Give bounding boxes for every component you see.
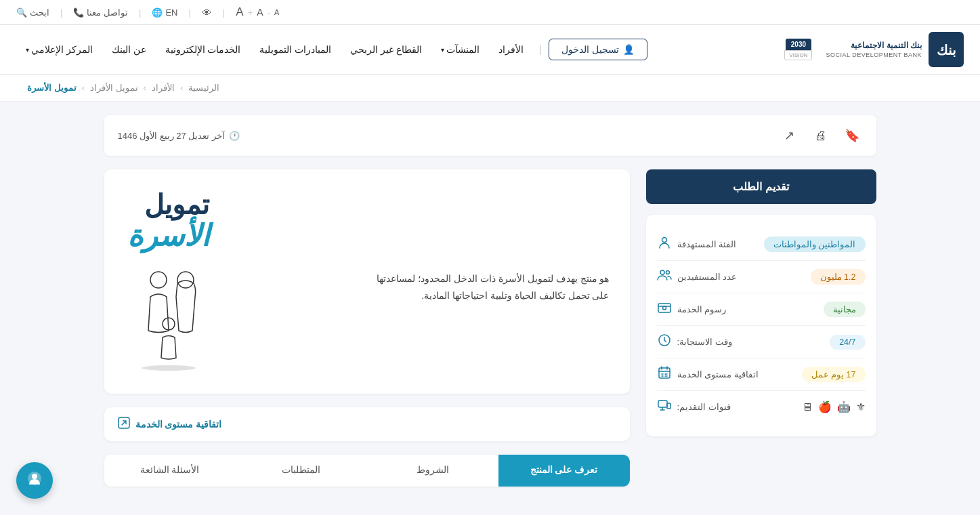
sla-label: اتفاقية مستوى الخدمة [677,369,759,379]
info-card: المواطنين والمواطنات الفئة المستهدفة 1 [646,215,876,436]
sla-badge: 17 يوم عمل [802,367,866,382]
breadcrumb: الرئيسية › الأفراد › تمويل الأفراد › تمو… [0,75,980,102]
login-label: تسجيل الدخول [561,44,619,55]
vision-icon: 👁 [202,7,212,18]
font-large-btn[interactable]: A [236,5,243,19]
main-nav-links: الأفراد المنشآت ▾ القطاع غير الربحي المب… [16,32,533,67]
chevron-down-icon-media: ▾ [26,46,29,54]
tab-conditions[interactable]: الشروط [367,455,498,487]
font-med-btn[interactable]: A [257,7,263,18]
sla-card[interactable]: اتفاقية مستوى الخدمة [104,407,630,441]
product-description: هو منتج يهدف لتمويل الأسرة ذات الدخل الم… [366,270,610,304]
bank-logo-icon: بنك [929,32,964,67]
sla-link-label: اتفاقية مستوى الخدمة [135,419,222,430]
sep4: | [60,7,62,18]
nav-item-initiatives[interactable]: المبادرات التمويلية [250,32,341,67]
target-label-group: الفئة المستهدفة [657,235,737,253]
channels-label: قنوات التقديم: [677,402,731,412]
nav-item-nonprofit[interactable]: القطاع غير الربحي [341,32,431,67]
fee-label-group: رسوم الخدمة [657,300,727,318]
svg-rect-10 [667,403,670,409]
breadcrumb-home[interactable]: الرئيسية [188,83,219,93]
tab-learn[interactable]: تعرف على المنتج [498,455,630,487]
sla-label-group: اتفاقية مستوى الخدمة [657,365,759,384]
target-icon [657,235,672,253]
info-row-response: 24/7 وقت الاستجابة: [657,326,866,358]
product-title-line2: الأسرة [127,220,209,252]
search-label: ابحث [30,7,49,18]
android-icon: 🤖 [837,400,851,413]
svg-text:بنك: بنك [937,43,956,58]
search-icon: 🔍 [16,7,27,18]
share-icon[interactable]: ↗ [779,125,801,146]
bookmark-icon[interactable]: 🔖 [841,125,863,146]
login-button[interactable]: 👤 تسجيل الدخول [549,39,647,60]
product-info: هو منتج يهدف لتمويل الأسرة ذات الدخل الم… [366,260,610,304]
contact-link[interactable]: تواصل معنا 📞 [73,7,128,18]
beneficiaries-badge: 1.2 مليون [811,269,866,285]
print-icon[interactable]: 🖨 [810,125,832,146]
product-right-block: تمويل الأسرة [125,190,213,373]
breadcrumb-sep3: › [82,83,85,93]
chat-icon [26,470,43,491]
action-bar: 🔖 🖨 ↗ 🕐 آخر تعديل 27 ربيع الأول 1446 [104,115,876,156]
nav-item-eservices[interactable]: الخدمات الإلكترونية [156,32,251,67]
phone-icon: 📞 [73,7,84,18]
tab-faq[interactable]: الأسئلة الشائعة [104,455,236,487]
info-row-beneficiaries: 1.2 مليون عدد المستفيدين [657,261,866,293]
svg-point-2 [662,238,666,243]
clock-icon: 🕐 [229,131,240,141]
lang-toggle[interactable]: EN 🌐 [152,7,177,18]
sla-icon [657,365,672,384]
product-hero: هو منتج يهدف لتمويل الأسرة ذات الدخل الم… [104,169,630,394]
font-size-controls: A - A + A [236,5,279,19]
nav-item-platforms[interactable]: المنشآت ▾ [431,32,489,67]
left-panel: تقديم الطلب المواطنين والمواطنات الفئة ا… [646,169,876,436]
channels-label-group: قنوات التقديم: [657,398,731,416]
right-panel: هو منتج يهدف لتمويل الأسرة ذات الدخل الم… [104,169,630,487]
fee-badge: مجانية [824,302,866,317]
last-updated: 🕐 آخر تعديل 27 ربيع الأول 1446 [118,131,240,141]
response-label: وقت الاستجابة: [677,337,732,347]
nav-item-media[interactable]: المركز الإعلامي ▾ [16,32,102,67]
submit-button[interactable]: تقديم الطلب [646,169,876,204]
search-link[interactable]: ابحث 🔍 [16,7,49,18]
nav-sep: | [540,44,542,55]
chat-button[interactable] [16,462,53,499]
response-icon [657,333,672,351]
family-illustration [125,263,213,373]
desktop-icon: 🖥 [802,401,813,413]
svg-point-11 [150,272,167,288]
tab-requirements[interactable]: المتطلبات [236,455,367,487]
bank-name-block: بنك التنمية الاجتماعية SOCIAL DEVELOPMEN… [826,41,922,58]
contact-label: تواصل معنا [87,7,128,18]
target-badge: المواطنين والمواطنات [764,236,865,252]
main-grid: تقديم الطلب المواطنين والمواطنات الفئة ا… [104,169,876,487]
svg-rect-9 [658,400,667,407]
sep3: | [139,7,141,18]
bank-name-arabic: بنك التنمية الاجتماعية [826,41,922,52]
logo-area: بنك بنك التنمية الاجتماعية SOCIAL DEVELO… [784,25,964,74]
main-nav: بنك بنك التنمية الاجتماعية SOCIAL DEVELO… [0,25,980,75]
info-row-sla: 17 يوم عمل اتفاقية مستوى الخدمة [657,358,866,391]
beneficiaries-label: عدد المستفيدين [677,272,738,282]
svg-point-14 [142,365,196,371]
top-bar: A - A + A | 👁 | EN 🌐 | تواصل معنا 📞 | اب… [0,0,980,25]
breadcrumb-sep1: › [180,83,183,93]
nav-item-individuals[interactable]: الأفراد [489,32,533,67]
info-row-target: المواطنين والمواطنات الفئة المستهدفة [657,228,866,261]
vision-2030-logo: 2030 VISION [784,39,812,60]
response-label-group: وقت الاستجابة: [657,333,732,351]
sep1: | [223,7,225,18]
sla-link-icon [118,417,130,432]
breadcrumb-individuals[interactable]: الأفراد [152,83,175,93]
nav-item-about[interactable]: عن البنك [102,32,156,67]
breadcrumb-individual-finance[interactable]: تمويل الأفراد [90,83,138,93]
channel-icons: ⚜ 🤖 🍎 🖥 [802,400,866,413]
lang-label: EN [165,7,177,18]
response-badge: 24/7 [830,335,865,350]
chevron-down-icon: ▾ [441,46,444,54]
font-small-btn[interactable]: A [274,8,279,16]
breadcrumb-current: تمويل الأسرة [27,83,77,93]
breadcrumb-sep2: › [144,83,146,93]
